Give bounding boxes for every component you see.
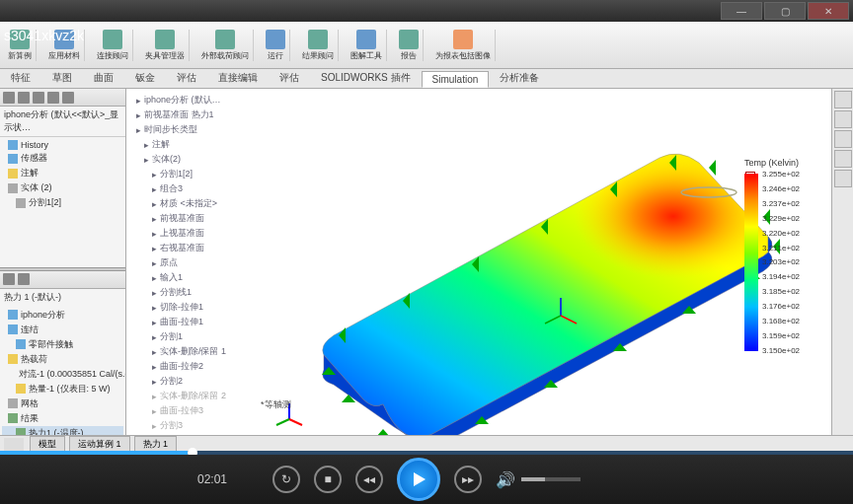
flyout-tree-item[interactable]: ▸ 曲面-拉伸2 bbox=[130, 359, 261, 374]
forward-button[interactable]: ▸▸ bbox=[454, 466, 482, 493]
rewind-button[interactable]: ◂◂ bbox=[355, 466, 383, 493]
command-tab[interactable]: 分析准备 bbox=[489, 68, 550, 88]
tree-item-icon bbox=[8, 310, 18, 320]
tree-item[interactable]: 网格 bbox=[2, 396, 123, 411]
flyout-item-label: 切除-拉伸1 bbox=[160, 301, 203, 314]
flyout-tree-item[interactable]: ▸ 材质 <未指定> bbox=[130, 196, 261, 211]
window-titlebar: — ▢ ✕ bbox=[0, 0, 853, 22]
window-minimize-button[interactable]: — bbox=[721, 2, 762, 20]
ribbon-button[interactable]: 夹具管理器 bbox=[141, 30, 190, 61]
flyout-tree-item[interactable]: ▸ 实体-删除/保留 1 bbox=[130, 344, 261, 359]
tree-item[interactable]: 分割1[2] bbox=[2, 195, 123, 210]
tree-item-label: 注解 bbox=[21, 167, 39, 180]
panel-icon[interactable] bbox=[47, 92, 59, 104]
ribbon-button[interactable]: 外部载荷顾问 bbox=[197, 30, 254, 61]
ribbon-icon bbox=[103, 30, 122, 49]
tree-item-label: 网格 bbox=[21, 397, 39, 410]
panel-icon[interactable] bbox=[18, 273, 30, 285]
design-tree-root[interactable]: iphone分析 (默认<<默认>_显示状… bbox=[0, 107, 125, 137]
task-pane-button[interactable] bbox=[834, 91, 852, 108]
tree-item[interactable]: 热力1 (-温度-) bbox=[2, 426, 123, 436]
volume-slider[interactable] bbox=[521, 477, 581, 481]
panel-icon[interactable] bbox=[3, 92, 15, 104]
play-button[interactable] bbox=[397, 458, 440, 501]
tree-item-label: 结果 bbox=[21, 412, 39, 425]
command-tab[interactable]: 评估 bbox=[166, 68, 207, 88]
ribbon-button[interactable]: 报告 bbox=[395, 30, 424, 61]
ribbon-label: 连接顾问 bbox=[97, 50, 128, 61]
flyout-tree-item[interactable]: ▸ 输入1 bbox=[130, 270, 261, 285]
flyout-tree-item[interactable]: ▸ 上视基准面 bbox=[130, 226, 261, 241]
flyout-item-label: 材质 <未指定> bbox=[160, 197, 217, 210]
panel-icon[interactable] bbox=[62, 92, 74, 104]
flyout-tree-item[interactable]: ▸ 右视基准面 bbox=[130, 241, 261, 255]
flyout-tree-item[interactable]: ▸ 分割1 bbox=[130, 329, 261, 344]
command-tab[interactable]: 评估 bbox=[269, 68, 310, 88]
command-tab[interactable]: SOLIDWORKS 插件 bbox=[310, 68, 422, 88]
flyout-tree-item[interactable]: ▸ 实体-删除/保留 2 bbox=[130, 389, 261, 403]
flyout-tree-item[interactable]: ▸ 原点 bbox=[130, 255, 261, 270]
panel-icon[interactable] bbox=[3, 273, 15, 285]
command-tab[interactable]: 特征 bbox=[0, 68, 41, 88]
command-tab[interactable]: 草图 bbox=[41, 68, 83, 88]
tree-item[interactable]: 结果 bbox=[2, 411, 123, 426]
tree-item-label: 分割1[2] bbox=[29, 196, 61, 209]
tree-item[interactable]: 实体 (2) bbox=[2, 180, 123, 195]
flyout-tree-item[interactable]: ▸ 分割2 bbox=[130, 374, 261, 389]
flyout-tree-item[interactable]: ▸ 分割1[2] bbox=[130, 167, 261, 181]
tree-item[interactable]: 连结 bbox=[2, 323, 123, 337]
tree-item[interactable]: History bbox=[2, 139, 123, 151]
flyout-tree-item[interactable]: ▸ 前视基准面 热力1 bbox=[130, 108, 261, 122]
window-maximize-button[interactable]: ▢ bbox=[764, 2, 806, 20]
ribbon-button[interactable]: 运行 bbox=[262, 30, 290, 61]
command-tab[interactable]: 钣金 bbox=[124, 68, 166, 88]
ribbon-button[interactable]: 结果顾问 bbox=[298, 30, 339, 61]
flyout-tree-item[interactable]: ▸ 分割3 bbox=[130, 418, 261, 433]
legend-tick-label: 3.168e+02 bbox=[762, 317, 800, 325]
loop-button[interactable]: ↻ bbox=[272, 466, 300, 493]
flyout-tree-item[interactable]: ▸ 前视基准面 bbox=[130, 211, 261, 226]
flyout-tree-item[interactable]: ▸ 切除-拉伸1 bbox=[130, 300, 261, 315]
ribbon-button[interactable]: 图解工具 bbox=[347, 30, 387, 61]
tree-item[interactable]: 热载荷 bbox=[2, 352, 123, 367]
tree-item[interactable]: 热量-1 (仪表目: 5 W) bbox=[2, 382, 123, 396]
legend-tick-label: 3.150e+02 bbox=[762, 346, 800, 355]
flyout-tree-item[interactable]: ▸ 曲面-拉伸3 bbox=[130, 403, 261, 418]
flyout-tree-item[interactable]: ▸ 注解 bbox=[130, 137, 261, 152]
command-tab[interactable]: Simulation bbox=[422, 71, 490, 88]
graphics-viewport[interactable]: ▸ iphone分析 (默认…▸ 前视基准面 热力1▸ 时间步长类型▸ 注解▸ … bbox=[126, 89, 853, 435]
flyout-tree-item[interactable]: ▸ 曲面-拉伸1 bbox=[130, 315, 261, 329]
panel-icon[interactable] bbox=[18, 92, 30, 104]
view-orientation-label: *等轴测 bbox=[261, 398, 291, 411]
window-close-button[interactable]: ✕ bbox=[808, 2, 849, 20]
command-tab[interactable]: 直接编辑 bbox=[207, 68, 269, 88]
stop-button[interactable]: ■ bbox=[314, 466, 342, 493]
sim-tree-root[interactable]: 热力 1 (-默认-) bbox=[0, 289, 125, 306]
task-pane-button[interactable] bbox=[834, 130, 852, 148]
task-pane-button[interactable] bbox=[834, 170, 852, 187]
flyout-tree-item[interactable]: ▸ 组合3 bbox=[130, 181, 261, 196]
tree-item[interactable]: iphone分析 bbox=[2, 308, 123, 323]
volume-icon: 🔊 bbox=[496, 470, 515, 489]
flyout-item-label: 右视基准面 bbox=[160, 242, 204, 254]
tree-item-icon bbox=[16, 339, 26, 349]
command-tab[interactable]: 曲面 bbox=[83, 68, 124, 88]
svg-line-23 bbox=[289, 419, 302, 425]
tree-item[interactable]: 零部件接触 bbox=[2, 337, 123, 352]
legend-colorbar bbox=[744, 174, 758, 351]
tree-item[interactable]: 对流-1 (0.00035851 Cal/(s.cm… bbox=[2, 367, 123, 382]
tree-item[interactable]: 注解 bbox=[2, 166, 123, 180]
task-pane-button[interactable] bbox=[834, 150, 852, 168]
ribbon-button[interactable]: 为报表包括图像 bbox=[431, 30, 496, 61]
task-pane-button[interactable] bbox=[834, 110, 852, 128]
tree-item[interactable]: 传感器 bbox=[2, 151, 123, 166]
simulation-tree: iphone分析连结零部件接触热载荷对流-1 (0.00035851 Cal/(… bbox=[0, 306, 125, 436]
flyout-tree-item[interactable]: ▸ iphone分析 (默认… bbox=[130, 93, 261, 108]
volume-control[interactable]: 🔊 bbox=[496, 470, 581, 489]
flyout-tree-item[interactable]: ▸ 时间步长类型 bbox=[130, 122, 261, 137]
flyout-item-label: 曲面-拉伸3 bbox=[160, 404, 203, 417]
ribbon-button[interactable]: 连接顾问 bbox=[93, 30, 133, 61]
flyout-tree-item[interactable]: ▸ 分割线1 bbox=[130, 285, 261, 300]
panel-icon[interactable] bbox=[33, 92, 44, 104]
flyout-tree-item[interactable]: ▸ 实体(2) bbox=[130, 152, 261, 167]
